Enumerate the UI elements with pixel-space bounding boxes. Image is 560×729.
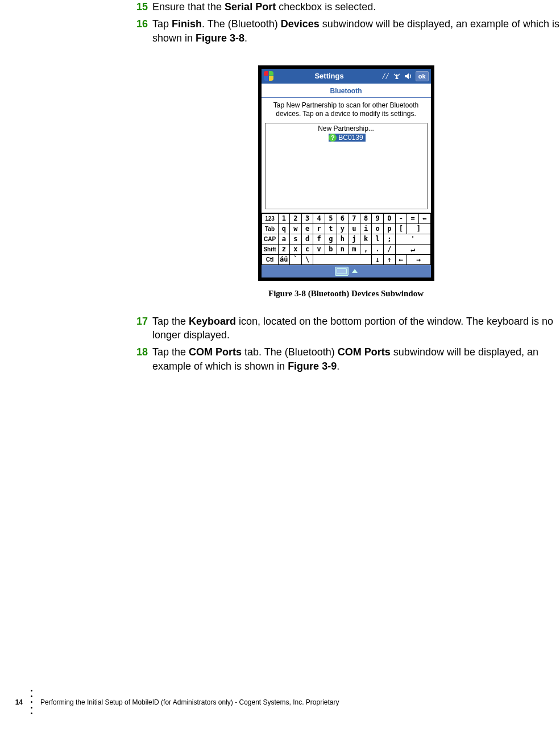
window-title: Settings	[277, 72, 381, 80]
instruction-text: Tap New Partnership to scan for other Bl…	[262, 98, 431, 123]
key-bracket-r[interactable]: ]	[407, 223, 430, 234]
key-9[interactable]: 9	[372, 213, 384, 223]
key-g[interactable]: g	[325, 234, 337, 244]
key-n[interactable]: n	[337, 244, 349, 254]
step-text: Tap Finish. The (Bluetooth) Devices subw…	[152, 17, 560, 45]
key-z[interactable]: z	[278, 244, 290, 254]
key-backslash[interactable]: \	[301, 254, 313, 264]
bold-text: Serial Port	[225, 1, 276, 13]
key-w[interactable]: w	[290, 223, 302, 234]
key-tab[interactable]: Tab	[262, 223, 278, 234]
key-7[interactable]: 7	[349, 213, 360, 223]
text: Tap the	[152, 316, 189, 327]
step-17: 17 Tap the Keyboard icon, located on the…	[132, 314, 560, 342]
on-screen-keyboard[interactable]: 123 1 2 3 4 5 6 7 8 9 0 - =	[262, 213, 431, 265]
key-f[interactable]: f	[313, 234, 325, 244]
keyboard-toggle-icon[interactable]	[335, 267, 349, 276]
step-18: 18 Tap the COM Ports tab. The (Bluetooth…	[132, 345, 560, 373]
text: checkbox is selected.	[276, 1, 376, 13]
key-8[interactable]: 8	[360, 213, 372, 223]
key-equals[interactable]: =	[407, 213, 419, 223]
key-backtick[interactable]: `	[290, 254, 302, 264]
input-method-up-icon[interactable]	[352, 269, 358, 273]
key-intl[interactable]: áü	[278, 254, 290, 264]
key-b[interactable]: b	[325, 244, 337, 254]
key-k[interactable]: k	[360, 234, 372, 244]
key-backspace[interactable]: ⬅	[418, 213, 430, 223]
key-3[interactable]: 3	[301, 213, 313, 223]
key-l[interactable]: l	[372, 234, 384, 244]
text: .	[337, 361, 339, 372]
text: Ensure that the	[152, 1, 225, 13]
bold-text: Keyboard	[189, 316, 236, 327]
page-number: 14	[10, 698, 23, 706]
key-enter[interactable]: ↵	[395, 244, 430, 254]
key-cap[interactable]: CAP	[262, 234, 278, 244]
step-number: 18	[132, 345, 148, 373]
key-right[interactable]: →	[407, 254, 430, 264]
ok-button[interactable]: ok	[416, 71, 429, 81]
key-p[interactable]: p	[383, 223, 395, 234]
step-text: Ensure that the Serial Port checkbox is …	[152, 0, 376, 14]
key-0[interactable]: 0	[383, 213, 395, 223]
key-s[interactable]: s	[290, 234, 302, 244]
text: Tap the	[152, 346, 189, 358]
paired-device-item[interactable]: ? BC0139	[329, 134, 365, 142]
key-d[interactable]: d	[301, 234, 313, 244]
connectivity-icon[interactable]	[381, 73, 389, 80]
key-4[interactable]: 4	[313, 213, 325, 223]
key-x[interactable]: x	[290, 244, 302, 254]
bold-text: Devices	[281, 18, 320, 30]
key-5[interactable]: 5	[325, 213, 337, 223]
key-123[interactable]: 123	[262, 213, 278, 223]
key-c[interactable]: c	[301, 244, 313, 254]
step-text: Tap the COM Ports tab. The (Bluetooth) C…	[152, 345, 560, 373]
speaker-icon[interactable]	[404, 73, 412, 80]
key-down[interactable]: ↓	[372, 254, 384, 264]
key-semicolon[interactable]: ;	[383, 234, 395, 244]
key-u[interactable]: u	[349, 223, 360, 234]
key-1[interactable]: 1	[278, 213, 290, 223]
key-r[interactable]: r	[313, 223, 325, 234]
key-a[interactable]: a	[278, 234, 290, 244]
key-j[interactable]: j	[349, 234, 360, 244]
step-text: Tap the Keyboard icon, located on the bo…	[152, 314, 560, 342]
key-2[interactable]: 2	[290, 213, 302, 223]
step-16: 16 Tap Finish. The (Bluetooth) Devices s…	[132, 17, 560, 45]
windows-logo-icon[interactable]	[264, 71, 274, 81]
devices-listbox[interactable]: New Partnership... ? BC0139	[265, 123, 428, 209]
signal-icon[interactable]	[393, 73, 401, 80]
figure-3-8: Settings ok Bluetooth Tap New Partnershi…	[132, 65, 560, 281]
key-6[interactable]: 6	[337, 213, 349, 223]
bottom-command-bar	[262, 265, 431, 277]
key-q[interactable]: q	[278, 223, 290, 234]
key-o[interactable]: o	[372, 223, 384, 234]
screen-title: Bluetooth	[262, 84, 431, 98]
step-15: 15 Ensure that the Serial Port checkbox …	[132, 0, 560, 14]
key-y[interactable]: y	[337, 223, 349, 234]
key-ctl[interactable]: Ctl	[262, 254, 278, 264]
key-bracket-l[interactable]: [	[395, 223, 407, 234]
key-h[interactable]: h	[337, 234, 349, 244]
key-m[interactable]: m	[349, 244, 360, 254]
page-footer: 14 Performing the Initial Setup of Mobil…	[0, 690, 560, 714]
footer-text: Performing the Initial Setup of MobileID…	[40, 698, 560, 706]
new-partnership-item[interactable]: New Partnership...	[266, 123, 427, 134]
key-i[interactable]: i	[360, 223, 372, 234]
step-number: 16	[132, 17, 148, 45]
key-e[interactable]: e	[301, 223, 313, 234]
key-v[interactable]: v	[313, 244, 325, 254]
step-number: 15	[132, 0, 148, 14]
key-space[interactable]	[313, 254, 372, 264]
key-shift[interactable]: Shift	[262, 244, 278, 254]
key-slash[interactable]: /	[383, 244, 395, 254]
key-minus[interactable]: -	[395, 213, 407, 223]
device-status-icon: ?	[329, 134, 337, 142]
key-up[interactable]: ↑	[383, 254, 395, 264]
key-quote[interactable]: '	[395, 234, 430, 244]
key-comma[interactable]: ,	[360, 244, 372, 254]
key-t[interactable]: t	[325, 223, 337, 234]
key-left[interactable]: ←	[395, 254, 407, 264]
key-period[interactable]: .	[372, 244, 384, 254]
bold-text: Figure 3-8	[196, 32, 244, 44]
